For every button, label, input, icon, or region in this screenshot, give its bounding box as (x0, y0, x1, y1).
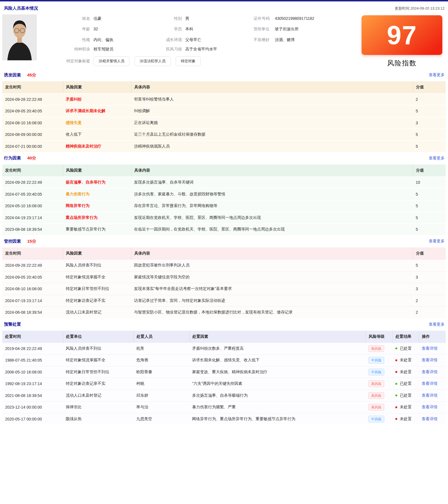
cell-time: 2024-09-28 22:22:49 (2, 94, 63, 105)
cell-risk-level: 中风险 (366, 413, 392, 425)
field-label-age: 年龄 (36, 27, 90, 32)
cell-result: 未处置 (392, 366, 419, 378)
cell-time: 2024-06-08 18:39:54 (2, 307, 63, 318)
result-text: 已处置 (400, 346, 412, 351)
behavior-factors-table: 发生时间 风险因素 具体内容 分值 2024-09-28 22:22:49 扬言… (2, 165, 446, 235)
col-header-time: 发生时间 (2, 81, 63, 93)
risk-level-badge: 高风险 (368, 380, 384, 387)
cell-factor: 网络异常行为 (63, 200, 131, 212)
cell-time: 2023-12-14 00:00:00 (2, 402, 63, 413)
cell-score: 5 (413, 212, 446, 223)
cell-content: 正在诉讼离婚 (131, 117, 413, 129)
table-row: 2024-07-21 00:00:00 精神疾病未及时治疗 涉精神疾病就医人员 … (2, 140, 446, 152)
col-header-content: 具体内容 (131, 165, 413, 176)
cell-time: 2021-08-08 18:39:54 (2, 390, 63, 402)
tag-police-incident: 涉相关警情人员 (94, 56, 129, 66)
cell-factor: 风险人员排查不到位 (63, 260, 131, 271)
cell-time: 2024-09-28 22:22:49 (2, 177, 63, 188)
table-row: 2024-07-19 23:17:14 特定对象访查记录不实 访查记录过于简单、… (2, 295, 446, 307)
cell-action: 查看详情 (419, 343, 446, 354)
cell-score: 3 (413, 283, 446, 295)
cell-result: 未处置 (392, 413, 419, 425)
table-header-row: 发生时间 风险因素 具体内容 分值 (2, 81, 446, 93)
status-dot-icon (395, 383, 397, 385)
cell-person: 欧阳青馨 (133, 366, 189, 378)
cell-content: 与智慧安防小区、物业登记居住数据，本地社保数据进行比对，发现有相关登记、缴存记录 (131, 307, 413, 318)
cell-content: 纠纷调解 (131, 106, 413, 117)
view-detail-link[interactable]: 查看详情 (422, 346, 438, 351)
cell-score: 2 (413, 295, 446, 307)
cell-factor: 特定对象日常管控不到位 (63, 283, 131, 295)
view-more-link[interactable]: 查看更多 (429, 72, 445, 78)
table-row: 2024-05-10 16:08:00 网络异常行为 存在异常言论、异常搜索行为… (2, 200, 446, 212)
table-row: 2024-08-10 16:08:00 特定对象日常管控不到位 发现未落实“每半… (2, 283, 446, 295)
cell-content: 涉多次伤害、家庭暴力、斗殴、故意损毁财物等警情 (131, 189, 413, 200)
cell-risk-level: 中风险 (366, 354, 392, 366)
table-row: 2024-09-28 22:22:49 矛盾纠纷 邻里等纠纷警情当事人 2 (2, 93, 446, 105)
risk-level-badge: 高风险 (368, 404, 384, 411)
col-header-risk-level: 风险等级 (366, 331, 392, 343)
view-detail-link[interactable]: 查看详情 (422, 393, 438, 398)
view-detail-link[interactable]: 查看详情 (422, 381, 438, 386)
col-header-score: 分值 (413, 81, 446, 93)
col-header-score: 分值 (413, 247, 446, 259)
field-label-gender: 性别 (122, 16, 182, 21)
cell-factor: 家庭变故、重大疾病、精神疾病未及时治疗 (189, 366, 366, 378)
cell-action: 查看详情 (419, 402, 446, 413)
cell-unit: 特定对象日常管控不到位 (63, 366, 133, 378)
field-value-local-custom: 高于全省平均水平 (185, 47, 217, 52)
status-dot-icon (395, 359, 397, 361)
special-target-tags: 涉相关警情人员 涉违法犯罪人员 特定对象 (94, 56, 201, 66)
view-detail-link[interactable]: 查看详情 (422, 405, 438, 410)
view-more-link[interactable]: 查看更多 (429, 322, 445, 327)
status-dot-icon (395, 418, 397, 420)
view-more-link[interactable]: 查看更多 (429, 156, 445, 161)
cell-unit: 特定对象情况掌握不全 (63, 354, 133, 366)
cell-factor: 感情失意 (63, 117, 131, 129)
table-row: 2024-08-09 00:00:00 收入低下 近三个月及以上无公积金或社保缴… (2, 129, 446, 140)
cell-risk-level: 高风险 (366, 378, 392, 390)
cell-factor: 特定对象访查记录不实 (63, 295, 131, 307)
view-detail-link[interactable]: 查看详情 (422, 370, 438, 375)
cell-unit: 特定对象访查记录不实 (63, 378, 133, 390)
cell-score: 5 (413, 200, 446, 212)
cell-score: 2 (413, 94, 446, 105)
person-portrait-icon (2, 14, 37, 60)
section-trigger-factors: 诱发因素 45分 查看更多 发生时间 风险因素 具体内容 分值 2024-09-… (2, 72, 446, 152)
cell-factor: 精神疾病未及时治疗 (63, 141, 131, 152)
cell-time: 2024-09-05 20:40:05 (2, 272, 63, 283)
cell-time: 2024-07-05 20:40:05 (2, 189, 63, 200)
col-header-content: 具体内容 (131, 247, 413, 259)
view-detail-link[interactable]: 查看详情 (422, 358, 438, 363)
risk-level-badge: 高风险 (368, 392, 384, 399)
result-text: 未处置 (400, 405, 412, 410)
trigger-factors-table: 发生时间 风险因素 具体内容 分值 2024-09-28 22:22:49 矛盾… (2, 81, 446, 152)
cell-person: 杭美 (133, 343, 189, 354)
view-more-link[interactable]: 查看更多 (429, 239, 445, 244)
status-dot-icon (395, 371, 397, 373)
cell-score: 5 (413, 224, 446, 235)
table-row: 2019-04-28 22:22:49 风险人员排查不到位 杭美 矛盾纠纷次数多… (2, 343, 446, 354)
table-row: 2024-09-28 22:22:49 风险人员排查不到位 因故意犯罪被作出刑事… (2, 259, 446, 271)
cell-action: 查看详情 (419, 366, 446, 378)
tag-special-target: 特定对象 (176, 56, 201, 66)
cell-risk-level: 中风险 (366, 366, 392, 378)
cell-action: 查看详情 (419, 354, 446, 366)
field-label-occupation: 特种职业 (36, 47, 90, 52)
field-label-bad-habits: 不良嗜好 (210, 37, 269, 42)
field-value-control-unit: 坡子街派出所 (275, 27, 299, 32)
col-header-time: 处置时间 (2, 331, 63, 343)
view-detail-link[interactable]: 查看详情 (422, 417, 438, 422)
cell-result: 已处置 (392, 378, 419, 390)
cell-time: 2024-07-21 00:00:00 (2, 141, 63, 152)
cell-score: 3 (413, 272, 446, 283)
cell-time: 2006-05-10 16:08:00 (2, 366, 63, 378)
field-value-gender: 男 (185, 16, 189, 21)
col-header-factor: 风险因素 (63, 165, 131, 176)
cell-score: 5 (413, 141, 446, 152)
cell-time: 2019-04-28 22:22:49 (2, 343, 63, 354)
cell-factor: 诉求不满或长期未化解 (63, 106, 131, 117)
result-text: 未处置 (400, 417, 412, 422)
tag-criminal: 涉违法犯罪人员 (135, 56, 171, 66)
table-row: 2006-05-10 16:08:00 特定对象日常管控不到位 欧阳青馨 家庭变… (2, 366, 446, 378)
